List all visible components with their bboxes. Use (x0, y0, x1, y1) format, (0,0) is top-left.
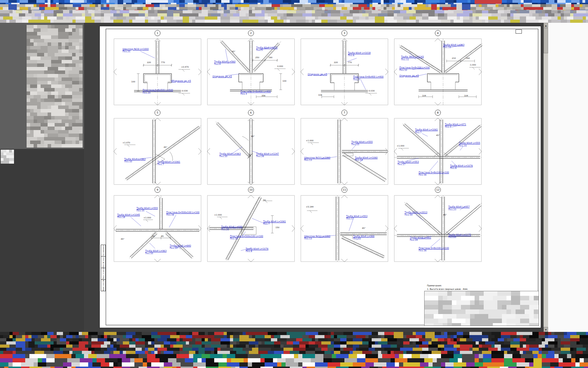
dimension-text: 160 (466, 57, 470, 60)
level-mark: +0.470 (181, 66, 189, 68)
level-mark: +1.000 (306, 139, 314, 142)
annotation-label: Труба 60х4 L=553Поз.17 (398, 161, 419, 166)
scrollbar-thumb[interactable] (544, 28, 548, 53)
level-mark: -0.030 (181, 90, 188, 92)
annotation-label: Пластина δ=8х500 L=500Поз.20 (143, 89, 173, 94)
dimension-text: 104 (422, 95, 426, 97)
annotation-label: Труба 60х4 L=1247Поз.26 (256, 153, 279, 158)
notes-title: Примечания: (427, 284, 475, 287)
annotation-label: Опирание др.=5 (308, 73, 327, 76)
detail-number: 2 (248, 30, 254, 36)
annotation-label: Труба 60х4 L=2013Поз.19 (405, 211, 427, 216)
drawing-canvas[interactable]: СогласованоИнв. № подл.Подп. и датаВзам.… (84, 23, 544, 332)
scroll-up-button[interactable]: ▲ (544, 23, 548, 28)
toolbar-top[interactable] (0, 10, 588, 16)
detail-drawing (301, 195, 388, 262)
annotation-label: Труба 60х4 L=555Поз.15 (459, 142, 480, 147)
annotation-label: Труба 60х4 L=1061Поз.7 (158, 161, 180, 166)
annotation-label: Труба 60х4 L=560Поз.4 (214, 61, 236, 66)
detail-drawing (114, 118, 201, 185)
status-bar (0, 332, 588, 354)
annotation-label: Опирание др.=5 (172, 80, 191, 82)
dimension-text: 45° (121, 238, 124, 240)
detail-number: 12 (435, 187, 441, 193)
dimension-text: 150 (275, 226, 279, 229)
detail-drawing (394, 39, 482, 105)
annotation-label: Пластина δ=8х100 L=100Поз.16 (419, 247, 449, 252)
annotation-label: Пластина δ=8х100 L=100Поз.16 (419, 171, 449, 176)
annotation-label: Труба 60х4 L=640Поз.20 (170, 245, 191, 250)
annotation-label: Пластина δ=500х100 L=100Поз.16 (230, 235, 263, 240)
annotation-label: Труба 60х4 L=957Поз.23 (448, 206, 470, 211)
annotation-label: Швеллер №10 L=1060Поз.13 (304, 157, 330, 162)
dimension-text: 100 (131, 81, 135, 83)
annotation-label: Труба 60х4 L=963Поз.10 (219, 153, 241, 158)
level-mark: +1.000 (397, 145, 405, 147)
level-mark: +1.000 (214, 214, 222, 216)
menu-bar[interactable] (0, 4, 588, 10)
dimension-text: 356 (261, 95, 265, 97)
detail-number: 6 (248, 110, 254, 116)
detail-number: 11 (342, 187, 348, 193)
annotation-label: Пластина δ=8х400 L=400Поз.3 (353, 76, 384, 81)
detail-cell: 2 Труба 60х4 L=875Поз.5Труба 60х4 L=560П… (207, 39, 295, 105)
dimension-text: 250 (255, 56, 259, 59)
dimension-text: 85 (161, 235, 164, 238)
annotation-label: Труба 60х4 L=1060Поз.14 (355, 157, 378, 162)
dimension-text: 104 (318, 94, 322, 96)
annotation-label: Труба 60х4 L=640Поз.20 (221, 226, 243, 231)
vertical-scrollbar[interactable]: ▲ ▼ (544, 23, 548, 332)
dimension-text: 45° (164, 146, 167, 149)
details-grid: 1 Швеллер №16 L=1000Поз.21Опирание др.=5… (100, 26, 541, 328)
annotation-label: Труба 60х4 L=1061Поз.7 (263, 220, 286, 225)
dimension-text: 210 (452, 57, 456, 60)
dimension-text: 45° (362, 227, 365, 230)
annotation-label: Опирание др.=5 (212, 75, 232, 78)
level-mark: 0.000 (277, 65, 283, 68)
detail-cell: 9 Труба 60х4 L=555Поз.15Труба 60х4 L=104… (114, 195, 201, 262)
annotation-label: Пластина δ=8х200 L=200Поз.12 (399, 67, 430, 71)
title-block (424, 291, 539, 326)
detail-cell: 10 +1.00050150Труба 60х4 L=1061Поз.7Труб… (207, 195, 295, 262)
detail-number: 7 (342, 110, 348, 116)
dimension-text: 45° (443, 214, 447, 216)
detail-cell: 7 +1.000Труба 60х4 L=555Поз.15Швеллер №1… (301, 118, 388, 185)
annotation-label: Труба 60х4 L=875Поз.5 (256, 47, 278, 52)
annotation-label: Пластина δ=500х100 L=100Поз.16 (166, 211, 200, 216)
paper-sheet: СогласованоИнв. № подл.Подп. и датаВзам.… (100, 26, 541, 328)
detail-cell: 8 Труба 60х4 L=971Поз.9Труба 60х4 L=1061… (394, 118, 482, 185)
level-mark: +1.000 (144, 217, 151, 219)
annotation-label: Швеллер №10 L=1060Поз.13 (304, 235, 330, 240)
annotation-label: Труба 60х4 L=1045Поз.18 (117, 214, 140, 219)
annotation-label: Труба 60х4 L=1018Поз.6 (348, 52, 371, 57)
scroll-down-button[interactable]: ▼ (544, 327, 548, 332)
annotation-label: Пластина δ=8х400 L=400Поз.3 (240, 90, 271, 95)
annotation-label: Труба 60х4 L=971Поз.9 (445, 123, 466, 128)
detail-cell: 3 Труба 60х4 L=1018Поз.6Опирание др.=5Пл… (301, 39, 388, 105)
annotation-label: Труба 60х4 L=966Поз.22 (353, 235, 374, 240)
dimension-text: 190 (268, 56, 272, 59)
level-mark: -1.000 (469, 64, 476, 66)
annotation-label: Труба 60х4 L=1175Поз.25 (448, 234, 471, 239)
detail-number: 3 (342, 30, 348, 36)
detail-drawing (301, 118, 388, 185)
properties-palette[interactable] (27, 25, 83, 148)
dimension-text: 104 (464, 95, 468, 97)
detail-number: 1 (155, 30, 161, 36)
annotation-label: Труба 60х4 L=553Поз.17 (346, 215, 368, 220)
annotation-label: Труба 60х4 L=963Поз.10 (124, 158, 146, 163)
level-mark: +1.070 (122, 142, 130, 144)
dimension-text: 100 (282, 80, 286, 82)
toolbar-secondary[interactable] (0, 16, 588, 23)
palette-footer (1, 150, 14, 164)
titlebar-close-segment[interactable] (475, 0, 502, 4)
detail-drawing (301, 39, 388, 105)
annotation-label: Труба 60х4 L=963Поз.10 (145, 250, 167, 255)
annotation-label: Швеллер №16 L=1000Поз.21 (122, 48, 149, 53)
taskbar[interactable] (0, 354, 588, 368)
detail-number: 4 (435, 30, 441, 36)
annotation-label: Труба 60х4 L=1076Поз.8 (246, 248, 268, 253)
annotation-label: Труба 60х4 L=963Поз.10 (443, 44, 464, 49)
detail-number: 10 (248, 187, 254, 193)
dimension-text: 770 (348, 61, 352, 64)
